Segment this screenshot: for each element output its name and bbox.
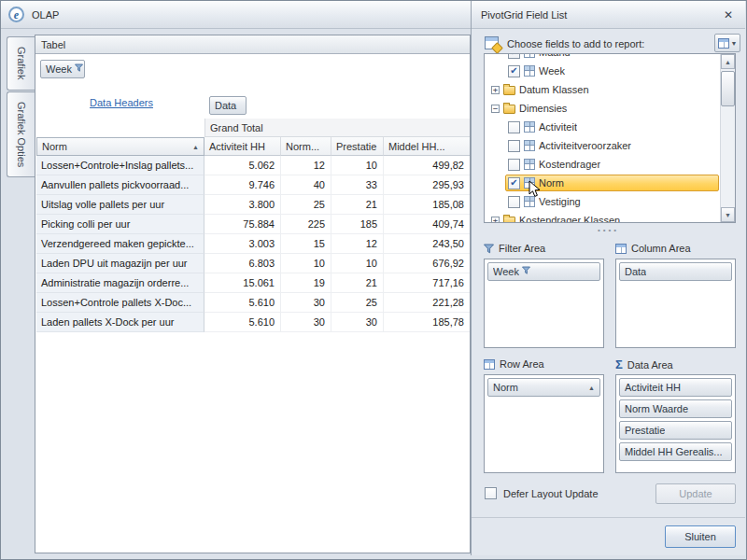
layout-dropdown-button[interactable]: ▼ (714, 34, 740, 52)
close-icon[interactable]: ✕ (721, 7, 736, 22)
expand-icon[interactable]: + (491, 217, 500, 224)
field-checkbox[interactable] (508, 121, 520, 133)
data-cell[interactable]: 3.003 (204, 234, 281, 254)
data-area-box[interactable]: Activiteit HHNorm WaardePrestatieMiddel … (615, 374, 736, 473)
field-checkbox[interactable] (508, 196, 520, 208)
update-button[interactable]: Update (655, 483, 736, 504)
tree-field-maand[interactable]: ✔Maand (485, 53, 721, 62)
row-header-cell[interactable]: Lossen+Controle pallets X-Doc... (36, 293, 204, 313)
field-button-activiteit-hh[interactable]: Activiteit HH (619, 378, 732, 397)
data-cell[interactable]: 185,08 (384, 195, 470, 215)
data-cell[interactable]: 15.061 (204, 273, 281, 293)
row-header-cell[interactable]: Verzendgereed maken gepickte... (36, 234, 204, 254)
tree-field-week[interactable]: ✔Week (485, 62, 721, 80)
field-button-prestatie[interactable]: Prestatie (619, 421, 732, 440)
data-cell[interactable]: 295,93 (384, 175, 470, 195)
data-cell[interactable]: 15 (281, 234, 331, 254)
expand-icon[interactable]: + (491, 86, 500, 94)
collapse-icon[interactable]: − (491, 105, 500, 113)
filter-area-box[interactable]: Week (484, 259, 604, 348)
tree-field-vestiging[interactable]: Vestiging (485, 192, 721, 211)
tree-item-label: Datum Klassen (519, 84, 589, 95)
table-row: Lossen+Controle pallets X-Doc...5.610302… (36, 293, 470, 313)
row-header-cell[interactable]: Laden pallets X-Dock per uur (36, 313, 204, 332)
data-headers-link[interactable]: Data Headers (47, 97, 196, 108)
data-cell[interactable]: 243,50 (384, 234, 470, 254)
tree-field-kostendrager[interactable]: Kostendrager (485, 155, 721, 174)
row-header-cell[interactable]: Aanvullen pallets pickvoorraad... (36, 175, 204, 195)
field-button-norm-waarde[interactable]: Norm Waarde (619, 399, 732, 418)
field-checkbox[interactable]: ✔ (508, 65, 520, 77)
tree-field-activiteitveroorzaker[interactable]: Activiteitveroorzaker (485, 136, 721, 155)
tree-field-activiteit[interactable]: Activiteit (485, 118, 721, 136)
data-cell[interactable]: 21 (331, 195, 384, 215)
field-button-week[interactable]: Week (487, 262, 600, 281)
column-area-box[interactable]: Data (615, 259, 736, 348)
row-header-cell[interactable]: Laden DPU uit magazijn per uur (36, 254, 204, 273)
data-cell[interactable]: 185,78 (384, 313, 470, 332)
data-cell[interactable]: 3.800 (204, 195, 281, 215)
tree-folder-kostendrager-klassen[interactable]: +Kostendrager Klassen (485, 211, 721, 223)
row-header-cell[interactable]: Uitslag volle pallets per uur (36, 195, 204, 215)
field-checkbox[interactable] (508, 140, 520, 152)
data-cell[interactable]: 221,28 (384, 293, 470, 313)
data-cell[interactable]: 33 (331, 175, 384, 195)
data-cell[interactable]: 12 (281, 156, 331, 175)
row-header-cell[interactable]: Administratie magazijn orderre... (36, 273, 204, 293)
data-cell[interactable]: 5.062 (204, 156, 281, 175)
row-area-box[interactable]: Norm▲ (484, 374, 604, 473)
sluiten-button[interactable]: Sluiten (665, 525, 736, 548)
data-cell[interactable]: 19 (281, 273, 331, 293)
row-header-cell[interactable]: Lossen+Controle+Inslag pallets... (36, 156, 204, 175)
data-cell[interactable]: 30 (281, 313, 331, 332)
data-cell[interactable]: 25 (331, 293, 384, 313)
field-button-data[interactable]: Data (619, 262, 732, 281)
column-header-activiteit-hh[interactable]: Activiteit HH (204, 137, 281, 156)
tree-field-norm[interactable]: ✔Norm (485, 174, 721, 192)
tree-splitter[interactable]: •••• (472, 226, 745, 234)
data-cell[interactable]: 185 (331, 215, 384, 234)
data-cell[interactable]: 10 (331, 156, 384, 175)
data-cell[interactable]: 499,82 (384, 156, 470, 175)
table-row: Aanvullen pallets pickvoorraad...9.74640… (36, 175, 470, 195)
scroll-up-icon[interactable]: ▲ (721, 54, 735, 69)
data-cell[interactable]: 75.884 (204, 215, 281, 234)
tab-grafiek[interactable]: Grafiek (7, 36, 35, 91)
scrollbar-thumb[interactable] (721, 71, 735, 106)
filter-field-week-button[interactable]: Week (40, 60, 85, 78)
field-button-norm[interactable]: Norm▲ (487, 378, 600, 397)
field-checkbox[interactable]: ✔ (508, 177, 520, 189)
tree-folder-dimensies[interactable]: −Dimensies (485, 99, 721, 118)
data-cell[interactable]: 5.610 (204, 293, 281, 313)
field-button-middel-hh-gerealis[interactable]: Middel HH Gerealis... (619, 442, 732, 461)
row-header-cell[interactable]: Picking colli per uur (36, 215, 204, 234)
grand-total-header[interactable]: Grand Total (204, 119, 470, 137)
data-field-button[interactable]: Data (209, 96, 247, 115)
data-cell[interactable]: 225 (281, 215, 331, 234)
data-cell[interactable]: 10 (281, 254, 331, 273)
data-cell[interactable]: 30 (281, 293, 331, 313)
data-cell[interactable]: 30 (331, 313, 384, 332)
data-cell[interactable]: 10 (331, 254, 384, 273)
data-cell[interactable]: 5.610 (204, 313, 281, 332)
data-cell[interactable]: 25 (281, 195, 331, 215)
tab-grafiek-opties[interactable]: Grafiek Opties (7, 91, 35, 177)
column-header-prestatie[interactable]: Prestatie (331, 137, 384, 156)
data-cell[interactable]: 21 (331, 273, 384, 293)
data-cell[interactable]: 409,74 (384, 215, 470, 234)
scroll-down-icon[interactable]: ▼ (721, 207, 735, 222)
data-cell[interactable]: 6.803 (204, 254, 281, 273)
data-cell[interactable]: 12 (331, 234, 384, 254)
tree-scrollbar[interactable]: ▲ ▼ (720, 54, 735, 222)
data-cell[interactable]: 717,16 (384, 273, 470, 293)
tree-folder-datum-klassen[interactable]: +Datum Klassen (485, 80, 721, 99)
field-checkbox[interactable]: ✔ (508, 53, 520, 59)
column-header-middel-hh[interactable]: Middel HH... (384, 137, 470, 156)
column-header-norm[interactable]: Norm... (281, 137, 331, 156)
data-cell[interactable]: 676,92 (384, 254, 470, 273)
field-checkbox[interactable] (508, 159, 520, 171)
data-cell[interactable]: 9.746 (204, 175, 281, 195)
row-area-header-norm[interactable]: Norm ▲ (36, 137, 204, 156)
defer-layout-checkbox[interactable] (485, 487, 497, 499)
data-cell[interactable]: 40 (281, 175, 331, 195)
